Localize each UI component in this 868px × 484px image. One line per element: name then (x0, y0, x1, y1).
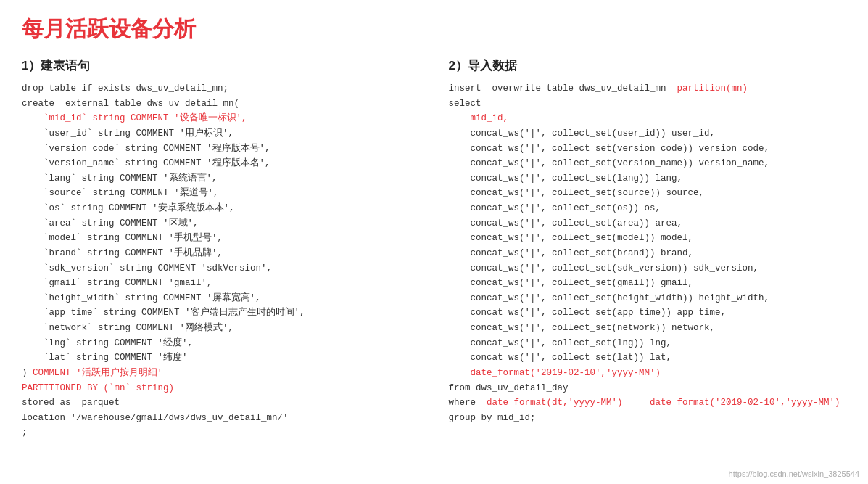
section-2-title: 2）导入数据 (449, 57, 847, 74)
page-title: 每月活跃设备分析 (22, 15, 846, 44)
section-2: 2）导入数据 insert overwrite table dws_uv_det… (449, 57, 847, 425)
section-1-title: 1）建表语句 (22, 57, 420, 74)
section-2-code: insert overwrite table dws_uv_detail_mn … (449, 81, 847, 425)
section-1-code: drop table if exists dws_uv_detail_mn; c… (22, 81, 420, 440)
section-1: 1）建表语句 drop table if exists dws_uv_detai… (22, 57, 420, 440)
watermark: https://blog.csdn.net/wsixin_3825544 (729, 469, 859, 478)
